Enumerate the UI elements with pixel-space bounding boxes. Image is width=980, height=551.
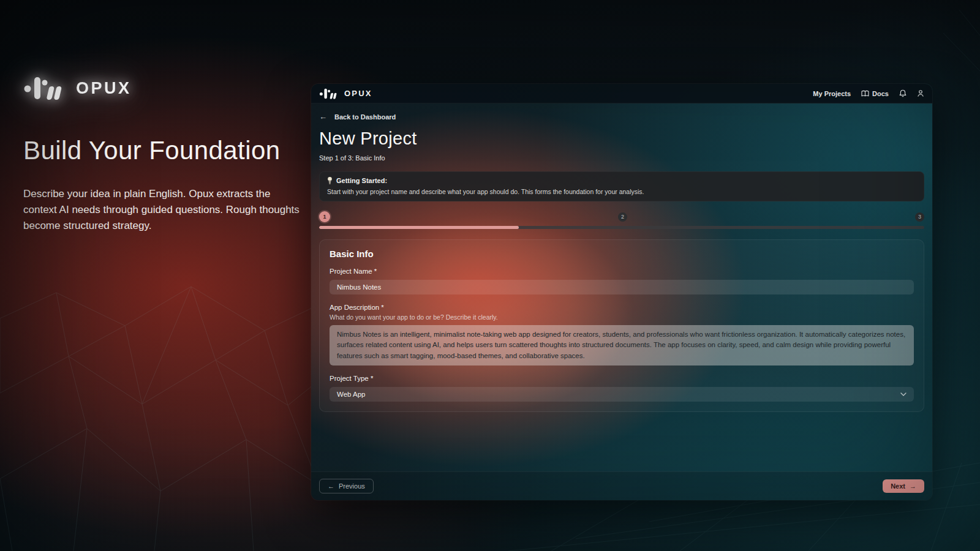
nav-docs-link[interactable]: Docs — [861, 90, 889, 97]
getting-started-title: Getting Started: — [336, 177, 387, 184]
hero-description: Describe your idea in plain English. Opu… — [23, 186, 300, 234]
nav-my-projects-label: My Projects — [813, 90, 851, 97]
notifications-button[interactable] — [899, 89, 907, 97]
app-window: OPUX My Projects Docs — [311, 84, 932, 500]
step-dot-1[interactable]: 1 — [319, 211, 330, 222]
project-name-label: Project Name * — [330, 268, 914, 275]
arrow-left-icon: ← — [328, 482, 334, 490]
next-button-label: Next — [891, 482, 905, 490]
progress-bar — [319, 226, 924, 229]
step-dot-3[interactable]: 3 — [915, 212, 924, 222]
wizard-footer: ← Previous Next → — [311, 471, 932, 500]
navbar-actions: My Projects Docs — [813, 89, 924, 97]
brand-logo: OPUX — [23, 75, 300, 102]
app-navbar: OPUX My Projects Docs — [311, 84, 932, 103]
back-to-dashboard-link[interactable]: ← Back to Dashboard — [319, 112, 396, 121]
previous-button-label: Previous — [339, 482, 365, 490]
arrow-left-icon: ← — [319, 112, 327, 121]
back-to-dashboard-label: Back to Dashboard — [334, 113, 396, 121]
project-type-value: Web App — [337, 391, 365, 398]
project-type-select[interactable]: Web App — [330, 387, 914, 402]
page-title: New Project — [319, 129, 924, 149]
navbar-logo[interactable]: OPUX — [319, 88, 372, 100]
nav-docs-label: Docs — [872, 90, 889, 97]
brand-logo-icon — [23, 75, 69, 102]
lightbulb-icon — [327, 176, 333, 184]
book-icon — [861, 90, 869, 97]
hero-panel: OPUX Build Your Foundation Describe your… — [23, 75, 300, 234]
account-button[interactable] — [917, 89, 924, 97]
navbar-wordmark: OPUX — [344, 89, 372, 98]
wizard-steps: 1 2 3 — [319, 211, 924, 222]
app-description-helper: What do you want your app to do or be? D… — [330, 313, 914, 321]
nav-my-projects-link[interactable]: My Projects — [813, 90, 851, 97]
step-dot-2[interactable]: 2 — [618, 212, 627, 222]
getting-started-body: Start with your project name and describ… — [327, 188, 916, 195]
chevron-down-icon — [900, 392, 907, 396]
project-name-input[interactable] — [330, 280, 914, 294]
getting-started-callout: Getting Started: Start with your project… — [319, 171, 924, 201]
card-title: Basic Info — [330, 249, 914, 259]
project-type-label: Project Type * — [330, 375, 914, 382]
basic-info-card: Basic Info Project Name * App Descriptio… — [319, 239, 924, 412]
brand-wordmark: OPUX — [76, 79, 132, 98]
arrow-right-icon: → — [910, 482, 916, 490]
user-icon — [917, 89, 924, 97]
next-button[interactable]: Next → — [883, 479, 924, 493]
bell-icon — [899, 89, 907, 97]
wizard-content: ← Back to Dashboard New Project Step 1 o… — [311, 103, 932, 471]
getting-started-header: Getting Started: — [327, 176, 916, 184]
progress-fill — [319, 226, 519, 229]
app-description-textarea[interactable]: Nimbus Notes is an intelligent, minimali… — [330, 325, 914, 365]
hero-title: Build Your Foundation — [23, 136, 300, 165]
previous-button[interactable]: ← Previous — [319, 479, 374, 493]
step-indicator-label: Step 1 of 3: Basic Info — [319, 154, 924, 162]
navbar-logo-icon — [319, 88, 340, 100]
app-description-label: App Description * — [330, 304, 914, 311]
